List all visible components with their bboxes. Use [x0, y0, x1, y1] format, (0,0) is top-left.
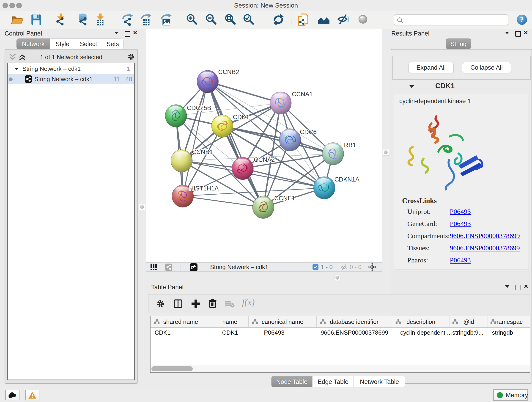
- table-row[interactable]: CDK1 CDK1 P06493 9606.ENSP00000378699 cy…: [151, 327, 530, 338]
- panel-close-button[interactable]: ×: [524, 283, 531, 290]
- hscrollbar-thumb[interactable]: [152, 366, 193, 371]
- zoom-fit-content-button[interactable]: [224, 13, 237, 26]
- crosslink-uniprot-link[interactable]: P06493: [450, 208, 471, 216]
- import-table-from-file-button[interactable]: [94, 13, 107, 26]
- network-node-CDC25B[interactable]: [165, 104, 187, 127]
- network-row-selected[interactable]: String Network – cdk1 11 48: [8, 74, 134, 84]
- column-header-name[interactable]: name: [211, 316, 249, 327]
- cell-database-identifier[interactable]: 9606.ENSP00000378699: [317, 327, 392, 338]
- export-image-button[interactable]: [160, 13, 173, 26]
- column-header-label: canonical name: [262, 318, 303, 325]
- column-header-namespace[interactable]: namespac: [488, 316, 530, 327]
- delete-column-trash-icon[interactable]: [207, 298, 218, 308]
- import-network-from-database-button[interactable]: [76, 13, 89, 26]
- show-columns-icon[interactable]: [173, 298, 183, 309]
- function-builder-icon[interactable]: f(x): [242, 297, 255, 307]
- tab-network-table[interactable]: Network Table: [354, 376, 405, 387]
- clear-table-icon[interactable]: [225, 300, 234, 308]
- tab-string[interactable]: String: [446, 38, 471, 49]
- zoom-out-button[interactable]: [205, 13, 218, 26]
- birds-eye-view-icon[interactable]: [150, 264, 157, 271]
- network-node-CDC6[interactable]: [279, 128, 301, 151]
- hide-selected-button[interactable]: [337, 13, 350, 26]
- panel-menu-arrow-icon[interactable]: [114, 32, 121, 38]
- network-node-RB1[interactable]: [322, 143, 344, 165]
- export-table-button[interactable]: [140, 13, 153, 26]
- string-view-icon[interactable]: [165, 264, 172, 271]
- import-network-from-file-button[interactable]: [54, 13, 67, 26]
- right-splitter-handle[interactable]: [383, 149, 389, 156]
- cell-id[interactable]: stringdb:9...: [452, 327, 483, 338]
- collapse-all-button[interactable]: Collapse All: [462, 62, 511, 73]
- column-header-canonical-name[interactable]: canonical name: [249, 316, 317, 327]
- horizontal-splitter-handle[interactable]: [334, 274, 341, 281]
- tab-node-table[interactable]: Node Table: [271, 376, 312, 387]
- save-session-button[interactable]: [30, 13, 43, 26]
- crosslink-pharos-link[interactable]: P06493: [450, 256, 471, 264]
- panel-float-button[interactable]: [515, 31, 522, 38]
- export-network-button[interactable]: [121, 13, 135, 26]
- panel-menu-arrow-icon[interactable]: [505, 32, 511, 38]
- network-node-CCNB2[interactable]: [197, 70, 219, 93]
- network-node-CDK1[interactable]: [211, 115, 233, 137]
- left-splitter-handle[interactable]: [139, 204, 145, 210]
- network-node-CCNE1[interactable]: [253, 196, 274, 219]
- column-header-shared-name[interactable]: shared name: [151, 316, 211, 327]
- tab-sets[interactable]: Sets: [102, 38, 123, 49]
- crosslink-genecard-link[interactable]: P06493: [450, 220, 471, 228]
- cell-namespace[interactable]: stringdb: [492, 327, 513, 338]
- cloud-button[interactable]: [5, 390, 19, 400]
- disclosure-triangle-icon[interactable]: [14, 68, 19, 70]
- network-edge[interactable]: [243, 168, 324, 188]
- selected-checkbox[interactable]: [312, 264, 318, 270]
- tab-edge-table[interactable]: Edge Table: [312, 376, 354, 387]
- table-settings-gear-icon[interactable]: [156, 299, 165, 308]
- help-button[interactable]: ?: [516, 14, 528, 26]
- crosslink-compartments-link[interactable]: 9606.ENSP00000378699: [450, 232, 520, 240]
- panel-menu-arrow-icon[interactable]: [505, 285, 512, 292]
- tab-select[interactable]: Select: [75, 38, 102, 49]
- network-options-gear-icon[interactable]: [127, 53, 135, 61]
- zoom-in-button[interactable]: [186, 13, 199, 26]
- open-in-window-icon[interactable]: [190, 263, 197, 271]
- open-file-button[interactable]: [10, 13, 24, 26]
- column-header-database-identifier[interactable]: database identifier: [317, 316, 392, 327]
- apply-preferred-layout-button[interactable]: [272, 13, 285, 26]
- cell-canonical-name[interactable]: P06493: [264, 327, 285, 338]
- tab-network[interactable]: Network: [17, 38, 50, 49]
- show-all-button[interactable]: [356, 13, 370, 26]
- network-node-CCNA1[interactable]: [270, 92, 291, 114]
- search-input[interactable]: [405, 16, 505, 24]
- pan-crosshair-icon[interactable]: [368, 263, 376, 271]
- first-neighbors-button[interactable]: [317, 13, 330, 26]
- zoom-selected-button[interactable]: [242, 13, 256, 26]
- panel-float-button[interactable]: [515, 285, 522, 292]
- expand-all-button[interactable]: Expand All: [409, 62, 454, 73]
- memory-button[interactable]: Memory: [493, 389, 528, 401]
- cell-shared-name[interactable]: CDK1: [155, 327, 171, 338]
- cell-description[interactable]: cyclin-dependent ...: [400, 327, 452, 338]
- create-column-plus-icon[interactable]: [190, 298, 201, 309]
- network-edge[interactable]: [208, 82, 280, 103]
- tab-style[interactable]: Style: [50, 38, 75, 49]
- network-edge[interactable]: [183, 196, 263, 207]
- cell-name[interactable]: CDK1: [211, 327, 249, 338]
- network-edge[interactable]: [183, 82, 208, 196]
- network-collection-row[interactable]: String Network – cdk1 1: [8, 64, 134, 74]
- column-header-description[interactable]: description: [392, 316, 450, 327]
- column-header-id[interactable]: @id: [450, 316, 488, 327]
- hidden-items-eye-slash-icon[interactable]: [341, 264, 348, 271]
- protein-section-disclosure-icon[interactable]: [409, 85, 414, 88]
- panel-float-button[interactable]: [125, 31, 132, 38]
- network-canvas[interactable]: CCNB2CCNA1CDC25BCDK1CDC6RB1CCNB1CCNA2CDK…: [146, 29, 382, 262]
- network-node-CCNA2[interactable]: [232, 157, 253, 180]
- warnings-button[interactable]: [25, 390, 39, 400]
- window-title: Session: New Session: [0, 0, 532, 11]
- network-node-CDKN1A[interactable]: [314, 177, 335, 199]
- clone-network-button[interactable]: [297, 13, 310, 26]
- network-node-CCNB1[interactable]: [171, 150, 192, 172]
- crosslink-tissues-link[interactable]: 9606.ENSP00000378699: [450, 244, 520, 252]
- panel-close-button[interactable]: ×: [524, 30, 531, 36]
- panel-close-button[interactable]: ×: [133, 30, 140, 36]
- cloud-icon: [8, 392, 17, 398]
